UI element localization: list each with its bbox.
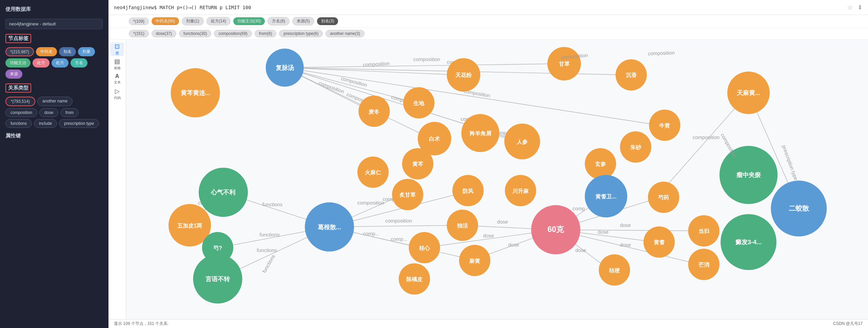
- svg-text:dose: dose: [497, 219, 508, 225]
- node-tag-gongneng[interactable]: 功能主治: [5, 58, 31, 67]
- node-tag-chufang2[interactable]: 处方: [52, 58, 68, 67]
- svg-line-0: [285, 67, 458, 75]
- svg-text:functions: functions: [257, 248, 277, 253]
- filter-chip-gongneng[interactable]: 功能主治(30): [233, 17, 265, 25]
- rel-tag-group: *(793,514) another name composition dose…: [5, 97, 103, 128]
- node-tag-group: *(215,987) 中药名 别名 剂量 功能主治 处方 处方 方名 来源: [5, 47, 103, 79]
- node-filter-row: *(109) 中药名(50) 剂量(1) 处方(14) 功能主治(30) 方名(…: [108, 15, 868, 28]
- star-icon[interactable]: ☆: [847, 4, 853, 11]
- svg-text:prescription type: prescription type: [781, 144, 799, 181]
- svg-text:当归: 当归: [698, 228, 709, 234]
- svg-text:癜发3-4...: 癜发3-4...: [735, 239, 762, 246]
- svg-text:沉香: 沉香: [626, 72, 637, 78]
- rel-tag-include[interactable]: include: [34, 119, 57, 128]
- tool-table[interactable]: ▤ 表格: [111, 57, 124, 71]
- copyright-text: CSDN @凡号17: [833, 321, 863, 327]
- svg-text:composition: composition: [413, 57, 440, 62]
- svg-text:functions: functions: [260, 232, 280, 237]
- filter-chip-bieming[interactable]: 别名(3): [317, 17, 338, 25]
- bottombar: 显示 109 个节点，151 个关系. CSDN @凡号17: [108, 319, 868, 328]
- svg-text:人参: 人参: [516, 139, 528, 145]
- tool-table-label: 表格: [114, 66, 121, 71]
- rel-tag-from[interactable]: from: [60, 108, 79, 117]
- svg-text:60克: 60克: [548, 225, 565, 234]
- graph-icon: ⊡: [115, 43, 120, 50]
- filter-chip-jiliang[interactable]: 剂量(1): [182, 17, 204, 25]
- svg-text:comp...: comp...: [391, 236, 408, 242]
- filter-chip-functions[interactable]: functions(30): [179, 30, 211, 37]
- filter-chip-composition[interactable]: composition(69): [214, 30, 252, 37]
- svg-text:functions: functions: [262, 202, 282, 207]
- node-tag-jiliang[interactable]: 剂量: [78, 47, 95, 56]
- filter-chip-anothername[interactable]: another name(3): [326, 30, 364, 37]
- svg-text:玄参: 玄参: [595, 161, 606, 167]
- svg-text:functions: functions: [261, 254, 276, 274]
- svg-text:牛黄: 牛黄: [659, 122, 670, 129]
- filter-chip-from[interactable]: from(6): [255, 30, 277, 37]
- tool-text[interactable]: A 文本: [111, 72, 124, 86]
- svg-text:麻黄: 麻黄: [469, 258, 480, 264]
- svg-text:黄芩黄连...: 黄芩黄连...: [181, 90, 210, 96]
- topbar: neo4jfangjinew$ MATCH p=()⟶() RETURN p L…: [108, 0, 868, 15]
- svg-text:火麻仁: 火麻仁: [364, 169, 381, 175]
- svg-text:防风: 防风: [462, 188, 473, 194]
- node-tag-zhongyao[interactable]: 中药名: [36, 47, 57, 56]
- svg-text:二蛟散: 二蛟散: [789, 205, 809, 212]
- tool-panel: ⊡ 图 ▤ 表格 A 文本 ▷ 代码: [108, 40, 126, 319]
- content-area: ⊡ 图 ▤ 表格 A 文本 ▷ 代码: [108, 40, 868, 319]
- svg-text:炙甘草: 炙甘草: [399, 192, 416, 198]
- tool-code[interactable]: ▷ 代码: [111, 87, 124, 101]
- node-tag-bieming[interactable]: 别名: [59, 47, 76, 56]
- node-tag-all[interactable]: *(215,987): [5, 47, 34, 56]
- filter-chip-all-nodes[interactable]: *(109): [129, 18, 149, 25]
- filter-chip-all-rels[interactable]: *(151): [129, 30, 149, 37]
- svg-text:comp...: comp...: [363, 231, 379, 236]
- tool-code-label: 代码: [114, 96, 121, 100]
- filter-chip-chufang[interactable]: 处方(14): [206, 17, 231, 25]
- filter-chip-prescriptiontype[interactable]: prescription type(6): [279, 30, 323, 37]
- filter-chip-dose[interactable]: dose(37): [152, 30, 176, 37]
- filter-chip-zhongyao[interactable]: 中药名(50): [152, 17, 179, 25]
- graph-svg: composition composition composition comp…: [126, 40, 868, 319]
- download-icon[interactable]: ⬇: [857, 4, 863, 11]
- main-panel: neo4jfangjinew$ MATCH p=()⟶() RETURN p L…: [108, 0, 868, 328]
- svg-text:dose: dose: [620, 242, 631, 248]
- node-tag-fangming[interactable]: 方名: [71, 58, 87, 67]
- topbar-actions: ☆ ⬇: [847, 4, 863, 11]
- svg-text:朱砂: 朱砂: [630, 144, 642, 150]
- rel-tag-prescriptiontype[interactable]: prescription type: [59, 119, 99, 128]
- svg-text:桂心: 桂心: [419, 245, 430, 251]
- filter-chip-laiyuan[interactable]: 来源(5): [292, 17, 314, 25]
- tool-graph[interactable]: ⊡ 图: [111, 42, 124, 56]
- rel-tag-all[interactable]: *(793,514): [5, 97, 35, 106]
- svg-text:生地: 生地: [413, 100, 425, 106]
- rel-label-section: 关系类型: [5, 83, 31, 93]
- rel-tag-composition[interactable]: composition: [5, 108, 37, 117]
- svg-text:天花粉: 天花粉: [455, 72, 472, 78]
- rel-tag-anothername[interactable]: another name: [37, 97, 73, 106]
- text-icon: A: [115, 73, 119, 79]
- db-selector[interactable]: neo4jfangjinew - default: [5, 19, 103, 29]
- sidebar: 使用数据库 neo4jfangjinew - default 节点标签 *(21…: [0, 0, 108, 328]
- svg-text:黄芩: 黄芩: [412, 161, 423, 167]
- code-icon: ▷: [115, 88, 120, 95]
- svg-text:甘草: 甘草: [559, 61, 570, 67]
- svg-text:麦冬: 麦冬: [369, 109, 380, 115]
- svg-text:composition: composition: [648, 50, 675, 56]
- rel-tag-dose[interactable]: dose: [39, 108, 58, 117]
- svg-text:dose: dose: [620, 223, 631, 228]
- node-tag-laiyuan[interactable]: 来源: [5, 70, 22, 79]
- graph-canvas[interactable]: composition composition composition comp…: [126, 40, 868, 319]
- svg-text:dose: dose: [575, 248, 586, 253]
- svg-text:川升麻: 川升麻: [512, 188, 529, 194]
- rel-tag-functions[interactable]: functions: [5, 119, 32, 128]
- svg-text:复脉汤: 复脉汤: [276, 64, 294, 71]
- svg-text:comp: comp: [572, 206, 585, 211]
- db-section-title: 使用数据库: [5, 6, 103, 13]
- node-tag-chufang[interactable]: 处方: [33, 58, 50, 67]
- svg-text:composition: composition: [693, 135, 719, 140]
- svg-text:芍?: 芍?: [213, 245, 222, 251]
- svg-text:黄耆: 黄耆: [654, 239, 665, 245]
- svg-text:五加皮1两: 五加皮1两: [177, 223, 202, 229]
- filter-chip-fangming[interactable]: 方名(6): [268, 17, 290, 25]
